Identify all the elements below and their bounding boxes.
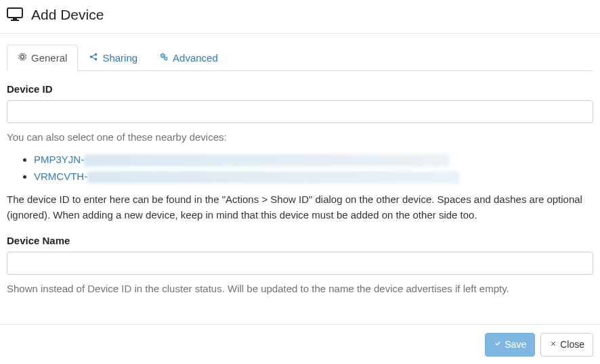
redacted-id (87, 171, 460, 183)
modal-header: Add Device (0, 0, 600, 34)
device-name-input[interactable] (7, 252, 593, 275)
svg-rect-1 (13, 18, 17, 20)
svg-point-10 (162, 55, 163, 56)
nearby-device-link[interactable]: PMP3YJN- (34, 154, 450, 165)
close-icon (549, 338, 557, 352)
device-name-label: Device Name (7, 235, 593, 246)
svg-rect-0 (7, 8, 22, 18)
svg-line-6 (92, 55, 95, 56)
tab-sharing[interactable]: Sharing (78, 45, 148, 71)
redacted-id (84, 154, 450, 166)
gears-icon (159, 52, 169, 64)
svg-line-7 (92, 58, 95, 59)
tab-sharing-label: Sharing (102, 52, 137, 64)
modal-footer: Save Close (0, 325, 600, 365)
device-id-input[interactable] (7, 100, 593, 123)
monitor-icon (7, 7, 23, 23)
page-title: Add Device (31, 7, 104, 23)
close-button-label: Close (560, 338, 584, 352)
nearby-intro: You can also select one of these nearby … (7, 130, 593, 145)
close-button[interactable]: Close (540, 333, 593, 357)
share-icon (89, 52, 98, 64)
save-button[interactable]: Save (485, 333, 535, 357)
list-item: PMP3YJN- (34, 152, 593, 168)
device-name-group: Device Name Shown instead of Device ID i… (7, 235, 593, 297)
gear-icon (18, 52, 27, 64)
save-button-label: Save (505, 338, 526, 352)
svg-rect-2 (11, 20, 19, 21)
tab-advanced[interactable]: Advanced (148, 45, 229, 71)
nearby-prefix: PMP3YJN- (34, 154, 84, 165)
list-item: VRMCVTH- (34, 169, 593, 185)
check-icon (494, 338, 502, 352)
device-id-help: The device ID to enter here can be found… (7, 191, 593, 223)
nearby-prefix: VRMCVTH- (34, 170, 87, 182)
svg-point-11 (165, 58, 166, 59)
tab-general[interactable]: General (7, 45, 78, 71)
device-name-help: Shown instead of Device ID in the cluste… (7, 281, 593, 297)
tab-general-label: General (31, 52, 67, 64)
device-id-label: Device ID (7, 83, 593, 95)
tab-list: General Sharing Advanced (7, 45, 593, 71)
modal-body: General Sharing Advanced Device ID You c… (0, 34, 600, 325)
nearby-device-list: PMP3YJN- VRMCVTH- (7, 152, 593, 185)
device-id-group: Device ID You can also select one of the… (7, 83, 593, 223)
nearby-device-link[interactable]: VRMCVTH- (34, 170, 460, 182)
tab-advanced-label: Advanced (173, 52, 218, 64)
